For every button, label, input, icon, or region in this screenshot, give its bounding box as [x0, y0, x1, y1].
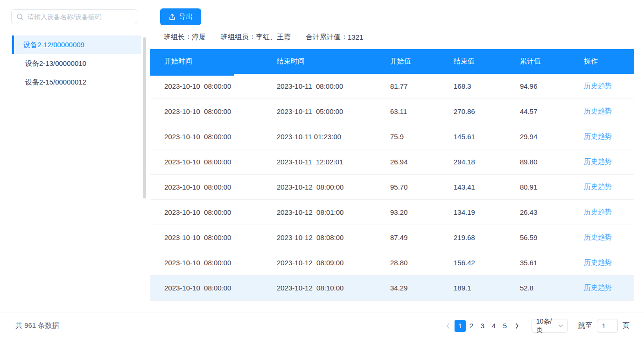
- column-header[interactable]: 结束时间: [262, 49, 376, 74]
- device-list-item[interactable]: 设备2-12/00000009: [12, 35, 141, 54]
- cell-start-time: 2023-10-10 08:00:00: [150, 225, 262, 250]
- history-trend-link[interactable]: 历史趋势: [584, 208, 612, 217]
- cell-action: 历史趋势: [569, 99, 634, 124]
- cell-action: 历史趋势: [569, 200, 634, 225]
- cell-action: 历史趋势: [569, 149, 634, 174]
- device-search-box[interactable]: [11, 9, 137, 24]
- cell-end-value: 270.86: [439, 99, 505, 124]
- cell-end-time: 2023-10-11 01:23:00: [262, 124, 376, 149]
- column-header[interactable]: 操作: [569, 49, 634, 74]
- table-row: 2023-10-10 08:00:002023-10-12 08:01:0093…: [150, 200, 634, 225]
- cumulative-total: 合计累计值：1321: [306, 33, 363, 42]
- team-members-label: 班组组员：: [221, 33, 256, 42]
- export-button-label: 导出: [179, 13, 193, 21]
- cell-start-time: 2023-10-10 08:00:00: [150, 275, 262, 300]
- page-button[interactable]: 1: [455, 320, 466, 332]
- team-leader: 班组长：漳厦: [164, 33, 206, 42]
- table-footer: 共 961 条数据 12345 10条/页 跳至 页: [0, 312, 644, 339]
- cell-end-value: 168.3: [439, 74, 505, 99]
- cell-start-value: 28.80: [376, 250, 439, 275]
- cell-start-time: 2023-10-10 08:00:00: [150, 200, 262, 225]
- next-page-button[interactable]: [513, 320, 521, 332]
- cumulative-total-label: 合计累计值：: [306, 33, 348, 42]
- team-leader-value: 漳厦: [192, 33, 206, 42]
- column-header[interactable]: 开始值: [376, 49, 439, 74]
- cell-end-value: 143.41: [439, 175, 505, 199]
- team-summary: 班组长：漳厦 班组组员：李红、王霞 合计累计值：1321: [164, 33, 363, 42]
- device-data-page: 设备2-12/00000009设备2-13/00000010设备2-15/000…: [0, 0, 644, 339]
- chevron-right-icon: [515, 323, 519, 329]
- device-list-item[interactable]: 设备2-15/00000012: [12, 73, 141, 92]
- table-row: 2023-10-10 08:00:002023-10-12 08:00:0095…: [150, 175, 634, 200]
- table-header-row: 开始时间结束时间开始值结束值累计值操作: [150, 49, 634, 74]
- device-label: 设备2-13/00000010: [25, 59, 86, 68]
- export-button[interactable]: 导出: [160, 8, 201, 25]
- page-buttons: 12345: [455, 320, 511, 332]
- cell-action: 历史趋势: [569, 74, 634, 99]
- chevron-down-icon: [558, 324, 563, 328]
- cell-end-value: 189.1: [439, 275, 505, 300]
- page-button[interactable]: 4: [488, 320, 499, 332]
- cell-end-time: 2023-10-12 08:00:00: [262, 175, 376, 199]
- column-header[interactable]: 结束值: [439, 49, 505, 74]
- page-button[interactable]: 2: [466, 320, 477, 332]
- cell-end-value: 145.61: [439, 124, 505, 149]
- column-header[interactable]: 开始时间: [150, 49, 262, 74]
- cell-start-value: 26.94: [376, 149, 439, 174]
- cell-end-value: 219.68: [439, 225, 505, 250]
- history-trend-link[interactable]: 历史趋势: [584, 82, 612, 91]
- cell-start-value: 95.70: [376, 175, 439, 199]
- column-header[interactable]: 累计值: [505, 49, 569, 74]
- export-upload-icon: [168, 13, 176, 21]
- cell-action: 历史趋势: [569, 225, 634, 250]
- device-sidebar: 设备2-12/00000009设备2-13/00000010设备2-15/000…: [0, 0, 149, 339]
- team-members: 班组组员：李红、王霞: [221, 33, 291, 42]
- page-size-value: 10条/页: [536, 318, 558, 334]
- device-search-input[interactable]: [28, 13, 132, 21]
- cell-action: 历史趋势: [569, 175, 634, 199]
- table-body: 2023-10-10 08:00:002023-10-11 08:00:0081…: [150, 74, 634, 301]
- page-size-select[interactable]: 10条/页: [532, 319, 568, 333]
- page-button[interactable]: 5: [499, 320, 511, 332]
- cell-start-time: 2023-10-10 08:00:00: [150, 124, 262, 149]
- prev-page-button[interactable]: [444, 320, 452, 332]
- cell-start-time: 2023-10-10 08:00:00: [150, 74, 262, 99]
- cell-start-value: 75.9: [376, 124, 439, 149]
- device-label: 设备2-15/00000012: [25, 78, 86, 87]
- cell-end-time: 2023-10-11 05:00:00: [262, 99, 376, 124]
- pagination: 12345 10条/页 跳至 页: [444, 319, 630, 333]
- cell-end-time: 2023-10-12 08:10:00: [262, 275, 376, 300]
- history-trend-link[interactable]: 历史趋势: [584, 258, 612, 267]
- cell-cumulative-value: 89.80: [505, 149, 569, 174]
- header-scroll-indicator: [150, 74, 234, 76]
- cell-cumulative-value: 35.61: [505, 250, 569, 275]
- history-trend-link[interactable]: 历史趋势: [584, 132, 612, 141]
- cell-start-value: 34.29: [376, 275, 439, 300]
- table-row: 2023-10-10 08:00:002023-10-12 08:10:0034…: [150, 275, 634, 301]
- table-row: 2023-10-10 08:00:002023-10-12 08:08:0087…: [150, 225, 634, 250]
- device-list-item[interactable]: 设备2-13/00000010: [12, 54, 141, 73]
- cell-start-time: 2023-10-10 08:00:00: [150, 175, 262, 199]
- history-trend-link[interactable]: 历史趋势: [584, 233, 612, 242]
- table-row: 2023-10-10 08:00:002023-10-11 12:02:0126…: [150, 149, 634, 175]
- cell-cumulative-value: 52.8: [505, 275, 569, 300]
- cell-end-value: 294.18: [439, 149, 505, 174]
- cell-end-time: 2023-10-12 08:08:00: [262, 225, 376, 250]
- history-trend-link[interactable]: 历史趋势: [584, 107, 612, 116]
- device-list: 设备2-12/00000009设备2-13/00000010设备2-15/000…: [12, 35, 141, 92]
- sidebar-scrollbar[interactable]: [143, 37, 146, 198]
- main-content: 导出 班组长：漳厦 班组组员：李红、王霞 合计累计值：1321 开始时间结束时间…: [149, 0, 644, 312]
- history-trend-link[interactable]: 历史趋势: [584, 157, 612, 166]
- chevron-left-icon: [446, 323, 450, 329]
- table-row: 2023-10-10 08:00:002023-10-11 08:00:0081…: [150, 74, 634, 99]
- jump-page-input[interactable]: [597, 319, 618, 333]
- page-button[interactable]: 3: [477, 320, 488, 332]
- history-trend-link[interactable]: 历史趋势: [584, 183, 612, 191]
- cell-start-time: 2023-10-10 08:00:00: [150, 250, 262, 275]
- cell-start-value: 87.49: [376, 225, 439, 250]
- table-row: 2023-10-10 08:00:002023-10-12 08:09:0028…: [150, 250, 634, 275]
- total-count-text: 共 961 条数据: [15, 321, 59, 330]
- history-trend-link[interactable]: 历史趋势: [584, 283, 612, 292]
- jump-to-label: 跳至: [578, 321, 592, 330]
- cell-cumulative-value: 94.96: [505, 74, 569, 99]
